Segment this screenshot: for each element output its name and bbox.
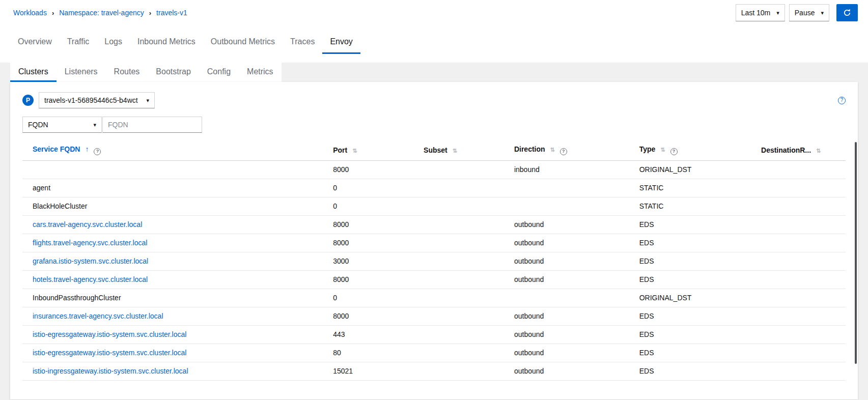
duration-label: Last 10m	[741, 9, 771, 17]
filter-row: FQDN ▾	[22, 117, 846, 133]
cell-service-fqdn: istio-ingressgateway.istio-system.svc.cl…	[22, 362, 323, 380]
help-icon[interactable]: ?	[838, 97, 846, 104]
cell-subset	[413, 160, 504, 179]
cell-direction: outbound	[504, 325, 629, 344]
pod-dropdown[interactable]: travels-v1-56895446c5-b4wct ▾	[39, 92, 155, 108]
cell-type: EDS	[629, 270, 751, 289]
subtab-bootstrap[interactable]: Bootstrap	[148, 63, 199, 82]
subtab-clusters[interactable]: Clusters	[10, 63, 57, 82]
table-row: cars.travel-agency.svc.cluster.local8000…	[22, 215, 846, 234]
clusters-table: Service FQDN↑?Port⇅Subset⇅Direction⇅?Typ…	[22, 140, 846, 381]
cell-port: 80	[323, 344, 413, 362]
breadcrumb-link-travels-v1[interactable]: travels-v1	[156, 9, 187, 17]
help-icon[interactable]: ?	[670, 148, 678, 155]
sort-icon[interactable]: ⇅	[453, 148, 457, 154]
tab-inbound-metrics[interactable]: Inbound Metrics	[130, 33, 203, 54]
cell-service-fqdn: grafana.istio-system.svc.cluster.local	[22, 252, 323, 270]
tab-traffic[interactable]: Traffic	[60, 33, 97, 54]
cell-type: EDS	[629, 344, 751, 362]
filter-type-value: FQDN	[28, 121, 48, 129]
cell-subset	[413, 252, 504, 270]
column-header-destinationr[interactable]: DestinationR...⇅	[751, 140, 846, 160]
cell-destination-rule	[751, 307, 846, 325]
cell-direction: outbound	[504, 344, 629, 362]
cell-type: EDS	[629, 215, 751, 234]
column-header-port[interactable]: Port⇅	[323, 140, 413, 160]
help-icon[interactable]: ?	[560, 148, 567, 155]
cell-service-fqdn: BlackHoleCluster	[22, 197, 323, 215]
cell-destination-rule	[751, 197, 846, 215]
cell-type: EDS	[629, 252, 751, 270]
cell-type: ORIGINAL_DST	[629, 160, 751, 179]
cell-destination-rule	[751, 362, 846, 380]
service-fqdn-link[interactable]: insurances.travel-agency.svc.cluster.loc…	[33, 312, 163, 320]
refresh-interval-dropdown[interactable]: Pause ▾	[789, 4, 829, 21]
sort-icon[interactable]: ⇅	[816, 148, 821, 154]
page-header: Workloads›Namespace: travel-agency›trave…	[0, 0, 868, 25]
cell-direction: outbound	[504, 252, 629, 270]
cell-type: ORIGINAL_DST	[629, 289, 751, 307]
table-row: grafana.istio-system.svc.cluster.local30…	[22, 252, 846, 270]
cell-direction	[504, 179, 629, 197]
table-row: InboundPassthroughCluster0ORIGINAL_DST	[22, 289, 846, 307]
tab-outbound-metrics[interactable]: Outbound Metrics	[203, 33, 283, 54]
cell-destination-rule	[751, 252, 846, 270]
subtab-listeners[interactable]: Listeners	[57, 63, 106, 82]
service-fqdn-link[interactable]: istio-ingressgateway.istio-system.svc.cl…	[33, 367, 188, 375]
sort-icon[interactable]: ⇅	[352, 148, 357, 154]
tab-envoy[interactable]: Envoy	[322, 33, 360, 54]
breadcrumb: Workloads›Namespace: travel-agency›trave…	[13, 9, 187, 17]
cell-service-fqdn	[22, 160, 323, 179]
column-header-service-fqdn[interactable]: Service FQDN↑?	[22, 140, 323, 160]
cell-port: 0	[323, 289, 413, 307]
filter-type-dropdown[interactable]: FQDN ▾	[22, 117, 102, 133]
cell-subset	[413, 179, 504, 197]
table-row: istio-egressgateway.istio-system.svc.clu…	[22, 325, 846, 344]
column-header-type[interactable]: Type⇅?	[629, 140, 751, 160]
tab-traces[interactable]: Traces	[283, 33, 322, 54]
cell-port: 15021	[323, 362, 413, 380]
subtab-metrics[interactable]: Metrics	[239, 63, 282, 82]
subtab-config[interactable]: Config	[199, 63, 239, 82]
breadcrumb-separator-icon: ›	[52, 9, 54, 17]
cell-service-fqdn: flights.travel-agency.svc.cluster.local	[22, 234, 323, 252]
breadcrumb-separator-icon: ›	[149, 9, 151, 17]
filter-input[interactable]	[102, 117, 202, 133]
sort-asc-icon[interactable]: ↑	[85, 145, 89, 153]
table-header-row: Service FQDN↑?Port⇅Subset⇅Direction⇅?Typ…	[22, 140, 846, 160]
caret-down-icon: ▾	[821, 10, 824, 16]
breadcrumb-link-namespace-travel-agency[interactable]: Namespace: travel-agency	[59, 9, 144, 17]
cell-destination-rule	[751, 160, 846, 179]
service-fqdn-link[interactable]: grafana.istio-system.svc.cluster.local	[33, 257, 148, 265]
column-header-subset[interactable]: Subset⇅	[413, 140, 504, 160]
table-scrollbar[interactable]	[855, 142, 857, 364]
envoy-section: ClustersListenersRoutesBootstrapConfigMe…	[0, 63, 868, 400]
duration-dropdown[interactable]: Last 10m ▾	[736, 4, 785, 21]
table-row: 8000inboundORIGINAL_DST	[22, 160, 846, 179]
tab-overview[interactable]: Overview	[10, 33, 60, 54]
cell-direction	[504, 197, 629, 215]
breadcrumb-link-workloads[interactable]: Workloads	[13, 9, 47, 17]
column-header-direction[interactable]: Direction⇅?	[504, 140, 629, 160]
sort-icon[interactable]: ⇅	[660, 147, 665, 153]
service-fqdn-link[interactable]: flights.travel-agency.svc.cluster.local	[33, 239, 147, 247]
cell-service-fqdn: istio-egressgateway.istio-system.svc.clu…	[22, 325, 323, 344]
help-icon[interactable]: ?	[94, 148, 101, 155]
cell-direction	[504, 289, 629, 307]
service-fqdn-link[interactable]: hotels.travel-agency.svc.cluster.local	[33, 275, 148, 283]
clusters-table-body: 8000inboundORIGINAL_DSTagent0STATICBlack…	[22, 160, 846, 380]
service-fqdn-link[interactable]: cars.travel-agency.svc.cluster.local	[33, 220, 142, 228]
refresh-interval-label: Pause	[795, 9, 815, 17]
sort-icon[interactable]: ⇅	[550, 147, 555, 153]
cell-destination-rule	[751, 325, 846, 344]
tab-logs[interactable]: Logs	[97, 33, 130, 54]
service-fqdn-link[interactable]: istio-egressgateway.istio-system.svc.clu…	[33, 349, 186, 357]
cell-subset	[413, 289, 504, 307]
cell-direction: outbound	[504, 215, 629, 234]
cell-service-fqdn: agent	[22, 179, 323, 197]
service-fqdn-link[interactable]: istio-egressgateway.istio-system.svc.clu…	[33, 330, 186, 338]
subtab-routes[interactable]: Routes	[106, 63, 148, 82]
cell-direction: inbound	[504, 160, 629, 179]
refresh-button[interactable]	[836, 4, 858, 21]
column-label: Subset	[424, 146, 447, 154]
